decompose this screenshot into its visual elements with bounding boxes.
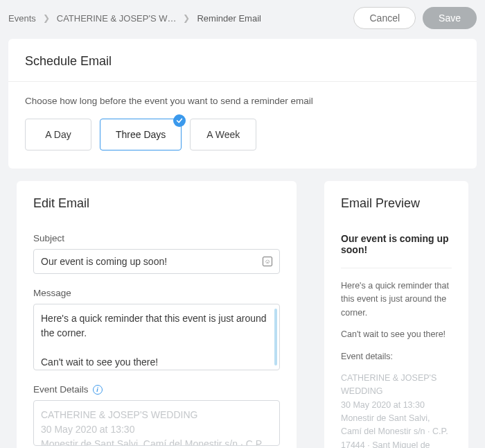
edit-email-title: Edit Email (33, 196, 280, 211)
option-three-days[interactable]: Three Days (100, 119, 182, 150)
event-details-box: CATHERINE & JOSEP'S WEDDING 30 May 2020 … (33, 400, 280, 446)
subject-label: Subject (33, 233, 280, 243)
email-preview-card: Email Preview Our event is coming up soo… (324, 181, 468, 448)
email-preview-title: Email Preview (341, 196, 452, 211)
preview-details-line: Monestir de Sant Salvi, Camí del Monesti… (341, 412, 452, 448)
event-details-line: CATHERINE & JOSEP'S WEDDING (41, 408, 268, 422)
divider (341, 268, 452, 268)
scrollbar[interactable] (274, 309, 277, 365)
subject-input-wrap[interactable]: ☺ (33, 249, 280, 274)
breadcrumb-event-name[interactable]: CATHERINE & JOSEP'S W… (57, 13, 177, 24)
schedule-email-card: Schedule Email Choose how long before th… (8, 39, 477, 169)
event-details-line: Monestir de Sant Salvi, Camí del Monesti… (41, 437, 268, 446)
preview-details-line: CATHERINE & JOSEP'S WEDDING (341, 372, 452, 399)
option-a-week[interactable]: A Week (190, 119, 256, 150)
option-a-day[interactable]: A Day (25, 119, 91, 150)
save-button[interactable]: Save (423, 7, 477, 29)
event-details-line: 30 May 2020 at 13:30 (41, 422, 268, 437)
option-label: Three Days (116, 129, 166, 140)
message-textarea[interactable]: Here's a quick reminder that this event … (33, 304, 280, 370)
chevron-right-icon: ❯ (43, 13, 50, 23)
event-details-label-text: Event Details (33, 384, 89, 395)
subject-input[interactable] (41, 256, 263, 267)
edit-email-card: Edit Email Subject ☺ Message Here's a qu… (17, 181, 297, 448)
breadcrumb: Events ❯ CATHERINE & JOSEP'S W… ❯ Remind… (8, 13, 261, 24)
breadcrumb-events[interactable]: Events (8, 13, 36, 24)
preview-body-text: Event details: (341, 350, 452, 363)
chevron-right-icon: ❯ (183, 13, 190, 23)
cancel-button[interactable]: Cancel (353, 7, 416, 29)
breadcrumb-current: Reminder Email (197, 13, 261, 24)
preview-body-text: Can't wait to see you there! (341, 328, 452, 341)
schedule-description: Choose how long before the event you wan… (25, 96, 460, 106)
emoji-icon[interactable]: ☺ (263, 257, 272, 266)
event-details-label: Event Details i (33, 384, 280, 395)
check-icon (173, 114, 186, 127)
info-icon[interactable]: i (93, 385, 103, 395)
message-content: Here's a quick reminder that this event … (41, 311, 268, 370)
schedule-title: Schedule Email (8, 39, 477, 82)
message-label: Message (33, 288, 280, 298)
preview-details-line: 30 May 2020 at 13:30 (341, 399, 452, 412)
preview-body-text: Here's a quick reminder that this event … (341, 279, 452, 320)
preview-subject: Our event is coming up soon! (341, 233, 452, 255)
